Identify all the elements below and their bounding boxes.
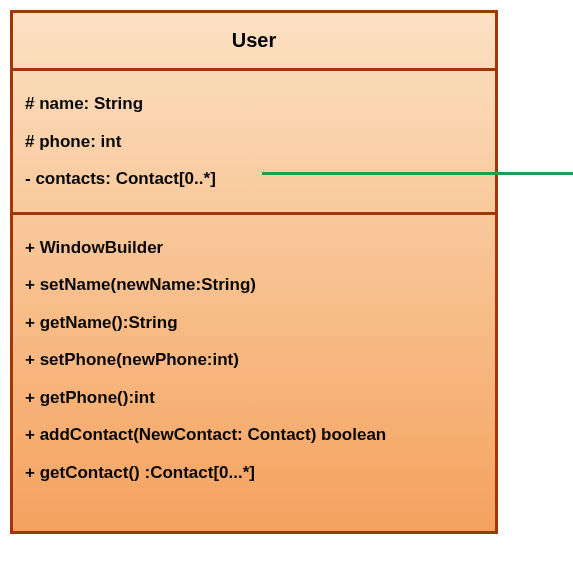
method-row: + setPhone(newPhone:int) <box>25 341 483 379</box>
association-line <box>262 172 573 175</box>
attribute-row: # name: String <box>25 85 483 123</box>
attributes-section: # name: String # phone: int - contacts: … <box>13 71 495 215</box>
class-name: User <box>13 13 495 71</box>
method-row: + WindowBuilder <box>25 229 483 267</box>
method-row: + getPhone():int <box>25 379 483 417</box>
uml-class-box: User # name: String # phone: int - conta… <box>10 10 498 534</box>
method-row: + getName():String <box>25 304 483 342</box>
method-row: + setName(newName:String) <box>25 266 483 304</box>
methods-section: + WindowBuilder + setName(newName:String… <box>13 215 495 532</box>
method-row: + addContact(NewContact: Contact) boolea… <box>25 416 483 454</box>
attribute-row: # phone: int <box>25 123 483 161</box>
method-row: + getContact() :Contact[0...*] <box>25 454 483 492</box>
attribute-row: - contacts: Contact[0..*] <box>25 160 483 198</box>
